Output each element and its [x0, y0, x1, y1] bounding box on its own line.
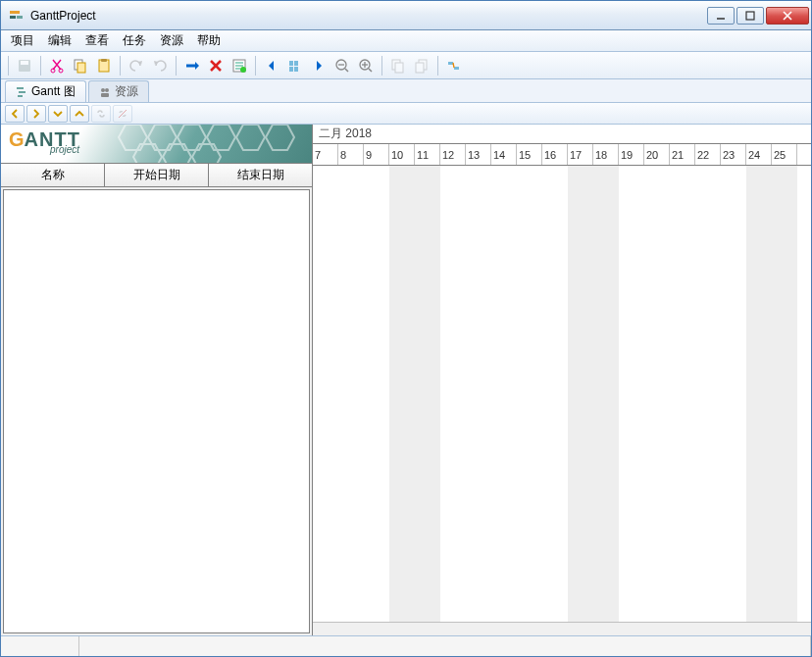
task-list[interactable] [3, 189, 310, 633]
day-cell: 11 [415, 144, 440, 165]
logo-project: project [50, 144, 79, 155]
nav-forward-button[interactable] [308, 55, 330, 76]
gantt-day-column [619, 166, 644, 622]
nav-back-button[interactable] [261, 55, 282, 76]
day-cell: 12 [440, 144, 466, 165]
link-button[interactable] [91, 105, 111, 123]
save-button[interactable] [14, 55, 35, 76]
day-cell: 10 [389, 144, 415, 165]
svg-rect-2 [17, 16, 23, 19]
svg-rect-37 [19, 91, 25, 93]
svg-rect-1 [10, 16, 16, 19]
menu-tasks[interactable]: 任务 [117, 30, 152, 51]
day-cell: 22 [695, 144, 721, 165]
column-name[interactable]: 名称 [1, 164, 105, 186]
critical-path-button[interactable] [443, 55, 465, 76]
gantt-day-column [338, 166, 364, 622]
svg-rect-22 [294, 67, 298, 72]
outdent-button[interactable] [411, 55, 432, 76]
logo-g: G [9, 128, 25, 150]
main-toolbar [1, 52, 811, 79]
svg-rect-19 [289, 61, 293, 66]
menu-edit[interactable]: 编辑 [42, 30, 77, 51]
minimize-button[interactable] [707, 7, 735, 25]
collapse-left-button[interactable] [5, 105, 25, 123]
indent-button[interactable] [387, 55, 409, 76]
app-window: GanttProject 项目 编辑 查看 任务 资源 帮助 [0, 0, 812, 657]
toolbar-separator [176, 56, 177, 76]
menu-view[interactable]: 查看 [79, 30, 115, 51]
day-cell: 15 [517, 144, 542, 165]
gantt-day-column [746, 166, 772, 622]
column-start[interactable]: 开始日期 [105, 164, 209, 186]
gantt-chart-icon [16, 86, 27, 98]
goto-today-button[interactable] [284, 55, 306, 76]
toolbar-separator [8, 56, 9, 76]
hex-pattern-icon [106, 125, 312, 164]
delete-task-button[interactable] [205, 55, 227, 76]
svg-marker-49 [133, 144, 162, 164]
gantt-day-column [491, 166, 517, 622]
gantt-day-column [517, 166, 542, 622]
paste-button[interactable] [93, 55, 115, 76]
svg-marker-45 [178, 125, 206, 150]
svg-point-40 [105, 88, 109, 92]
menu-help[interactable]: 帮助 [191, 30, 227, 51]
day-cell: 21 [670, 144, 695, 165]
undo-button[interactable] [126, 55, 147, 76]
svg-line-24 [345, 69, 348, 72]
main-content: GANTT project 名称 开始日期 结束日期 二月 2018 78910… [1, 125, 811, 636]
svg-line-27 [369, 69, 372, 72]
statusbar-cell-1 [1, 636, 79, 656]
zoom-out-button[interactable] [331, 55, 353, 76]
svg-marker-46 [207, 125, 235, 150]
svg-rect-20 [289, 67, 293, 72]
svg-rect-12 [77, 63, 85, 73]
day-cell: 20 [644, 144, 670, 165]
new-task-button[interactable] [181, 55, 203, 76]
statusbar [1, 636, 811, 656]
svg-marker-44 [148, 125, 177, 150]
gantt-day-column [389, 166, 415, 622]
resources-icon [99, 86, 111, 98]
menu-resources[interactable]: 资源 [154, 30, 189, 51]
svg-rect-33 [416, 63, 424, 73]
tab-gantt[interactable]: Gantt 图 [5, 80, 86, 102]
move-down-button[interactable] [48, 105, 68, 123]
svg-rect-41 [101, 93, 109, 97]
svg-point-18 [240, 67, 246, 73]
day-cell: 9 [364, 144, 389, 165]
view-tabs: Gantt 图 资源 [1, 79, 811, 103]
close-button[interactable] [766, 7, 809, 25]
window-title: GanttProject [30, 9, 707, 23]
svg-rect-36 [17, 87, 24, 89]
horizontal-scrollbar[interactable] [313, 622, 811, 635]
statusbar-cell-2 [79, 636, 811, 656]
gantt-day-column [772, 166, 797, 622]
column-end[interactable]: 结束日期 [209, 164, 312, 186]
day-cell: 25 [772, 144, 797, 165]
toolbar-separator [381, 56, 382, 76]
gantt-day-column [542, 166, 568, 622]
task-properties-button[interactable] [228, 55, 250, 76]
toolbar-separator [40, 56, 41, 76]
redo-button[interactable] [149, 55, 171, 76]
tab-resources[interactable]: 资源 [88, 80, 149, 102]
toolbar-separator [437, 56, 438, 76]
unlink-button[interactable] [113, 105, 132, 123]
column-headers: 名称 开始日期 结束日期 [1, 164, 312, 187]
copy-button[interactable] [70, 55, 91, 76]
gantt-day-column [593, 166, 619, 622]
gantt-body[interactable] [313, 166, 811, 622]
collapse-right-button[interactable] [26, 105, 46, 123]
svg-rect-31 [395, 63, 403, 73]
zoom-in-button[interactable] [355, 55, 377, 76]
cut-button[interactable] [46, 55, 68, 76]
tab-resources-label: 资源 [115, 83, 138, 100]
gantt-day-column [440, 166, 466, 622]
move-up-button[interactable] [70, 105, 89, 123]
gantt-columns [313, 166, 811, 622]
menu-project[interactable]: 项目 [5, 30, 40, 51]
maximize-button[interactable] [736, 7, 764, 25]
svg-marker-47 [236, 125, 265, 150]
